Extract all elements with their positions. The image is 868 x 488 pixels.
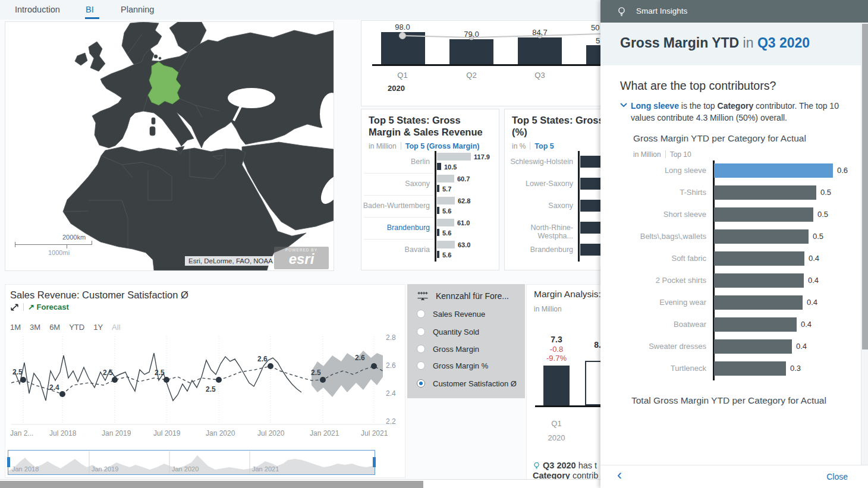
overview-range-slider[interactable]: Jan 2018 Jan 2019 Jan 2020 Jan 2021 [8,450,375,475]
radio-icon[interactable] [417,328,425,336]
back-chevron-button[interactable]: ‹ [617,468,622,482]
radio-icon-selected[interactable] [417,379,425,388]
top-contributor-link[interactable]: Long sleeve [631,101,679,111]
data-point[interactable] [216,377,222,383]
bar-value: 5.6 [442,207,451,215]
vertical-scrollbar-thumb[interactable] [862,24,868,350]
revenue-bar[interactable] [437,153,471,160]
category-label: 2 Pocket shirts [600,276,706,285]
bar[interactable] [714,185,816,200]
radio-customer-satisfaction[interactable]: Customer Satisfaction Ø [417,377,517,389]
forecast-link[interactable]: ↗ Forecast [28,303,69,311]
bar[interactable] [714,317,797,332]
europe-africa-map[interactable] [5,22,334,270]
radio-gross-margin-pct[interactable]: Gross Margin % [417,360,488,371]
insight-period: Q3 2020 [543,461,576,470]
radio-label: Sales Revenue [433,310,485,319]
chevron-down-icon[interactable] [620,103,627,108]
tab-planning[interactable]: Planning [121,5,154,14]
x-tick: Jul 2018 [49,429,76,437]
data-point[interactable] [371,363,377,369]
filter-chip[interactable]: Top 10 [670,150,691,159]
category-label: Evening wear [600,298,706,307]
bar-value-label: 84.7 [527,28,552,37]
margin-bar[interactable] [437,207,439,214]
bar[interactable] [714,229,809,244]
range-1m[interactable]: 1M [10,323,21,332]
filter-chip[interactable]: Top 5 [534,142,553,150]
horizontal-scrollbar-track[interactable] [0,479,600,488]
tab-introduction[interactable]: Introduction [15,5,60,14]
data-point[interactable] [59,391,65,397]
filter-chip[interactable]: Top 5 (Gross Margin) [405,142,480,150]
bar-value: 5.7 [442,185,451,193]
bar[interactable] [714,361,786,376]
margin-bar[interactable] [437,251,439,258]
range-handle-left[interactable] [7,457,10,467]
revenue-bar[interactable] [437,241,455,248]
data-point[interactable] [163,377,169,383]
radio-icon[interactable] [417,310,425,318]
bar[interactable] [714,339,792,354]
range-3m[interactable]: 3M [30,323,40,332]
map-denmark-isle2 [159,57,161,59]
bar[interactable] [714,207,813,222]
widget-title: Margin Analysis: [534,289,601,300]
x-axis-year-label: 2020 [541,433,572,442]
radio-sales-revenue[interactable]: Sales Revenue [417,308,485,320]
radio-label: Customer Satisfaction Ø [433,379,517,388]
category-label: Bavaria [361,245,430,254]
line-point-q1[interactable] [400,33,406,39]
revenue-bar[interactable] [437,175,454,182]
radio-quantity-sold[interactable]: Quantity Sold [417,326,479,338]
range-1y[interactable]: 1Y [93,323,103,332]
radio-icon[interactable] [417,361,425,370]
margin-bar[interactable] [437,229,439,236]
y-tick: 2.4 [386,389,396,398]
tab-bi[interactable]: BI [86,5,94,14]
data-point[interactable] [112,377,118,383]
margin-bar[interactable] [437,163,441,170]
quarterly-chart-widget: 98.0 79.0 84.7 50 5 Q1 Q2 Q3 2020 [361,20,622,106]
revenue-bar[interactable] [437,197,455,204]
bar-value: 5.6 [442,229,451,237]
range-all[interactable]: All [112,323,120,332]
forecast-scenario-icon[interactable] [10,303,19,311]
geo-map-widget[interactable]: 2000km 1000mi Esri, DeLorme, FAO, NOAA P… [5,21,334,271]
bar-value: 0.3 [790,364,801,373]
line-value-label-cut: 5 [596,36,600,45]
map-sardinia [150,127,155,136]
range-6m[interactable]: 6M [49,323,60,332]
delta-value: -0.8 [543,345,570,354]
si-total-chart-title: Total Gross Margin YTD per Category for … [631,395,826,406]
measure-ruler-icon [417,291,429,301]
range-handle-right[interactable] [373,457,376,467]
category-label-selected[interactable]: Brandenburg [361,223,430,232]
bar[interactable] [714,295,803,310]
horizontal-scrollbar-thumb[interactable] [0,481,423,488]
data-point[interactable] [20,377,26,383]
actual-bar[interactable] [543,366,570,405]
radio-gross-margin[interactable]: Gross Margin [417,343,479,355]
bar[interactable] [714,273,804,288]
insight-period[interactable]: Q3 2020 [757,35,810,51]
point-label: 2.4 [49,383,59,392]
overview-tick: Jan 2019 [92,465,118,473]
close-button[interactable]: Close [826,472,848,481]
radio-icon[interactable] [417,345,425,353]
x-tick: Jan 2... [10,429,33,437]
revenue-bar[interactable] [437,219,454,226]
data-point[interactable] [268,363,273,369]
bar-value: 0.6 [837,166,848,175]
satisfaction-timeseries-widget: Sales Revenue: Customer Satisfaction Ø ↗… [5,284,405,478]
title-line1: Top 5 States: Gross M [512,115,615,125]
kennzahl-filter-panel: Kennzahl für Fore... Sales Revenue Quant… [407,284,525,398]
vertical-scrollbar-track[interactable] [861,23,868,465]
margin-bar[interactable] [437,185,439,192]
range-ytd[interactable]: YTD [69,323,84,332]
data-point[interactable] [320,377,326,383]
bar[interactable] [714,251,804,266]
bar-highlighted[interactable] [714,163,833,178]
timeseries-plot[interactable]: 2.5 2.4 2.5 2.5 2.5 2.6 2.5 2.6 [11,335,397,427]
x-axis-line [372,64,622,66]
